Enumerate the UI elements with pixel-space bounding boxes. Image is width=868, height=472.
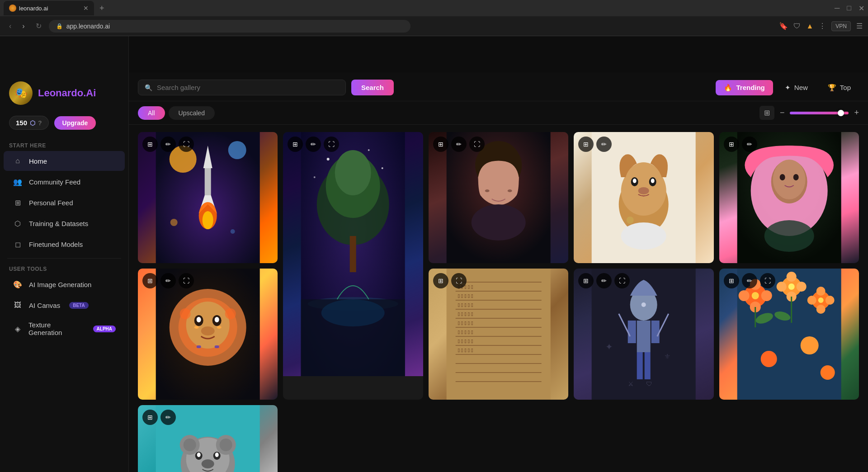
svg-point-27 (507, 189, 512, 192)
gallery-item-hieroglyphs[interactable]: 𓂀 𓃭 𓅓 𓆣 𓇋 𓈖 𓉐 𓊃 𓋴 𓌀 𓍿 𓎛 𓏏 𓐍 𓀀 𓁹 𓂋 𓃀 𓄿 𓅱 … (429, 269, 568, 400)
gallery-item-girl-pink[interactable]: ⊞ ✏ (719, 132, 859, 263)
gallery-item-warrior[interactable]: ✦ ⚜ ⚔ 🛡 ⊞ ✏ ⛶ (574, 269, 713, 400)
vpn-badge[interactable]: VPN (831, 21, 851, 31)
edit-action-btn[interactable]: ✏ (160, 273, 176, 288)
grid-view-button[interactable]: ⊞ (760, 106, 774, 120)
gallery-item-tree[interactable]: ⊞ ✏ ⛶ (283, 132, 423, 400)
edit-action-btn[interactable]: ✏ (596, 273, 612, 288)
expand-action-btn[interactable]: ⛶ (451, 273, 467, 288)
svg-point-34 (633, 179, 637, 183)
address-bar[interactable]: 🔒 app.leonardo.ai (49, 20, 410, 33)
edit-action-btn[interactable]: ✏ (306, 137, 321, 152)
svg-rect-60 (215, 345, 219, 348)
svg-text:𓁹 𓂋 𓃀 𓄿 𓅱: 𓁹 𓂋 𓃀 𓄿 𓅱 (458, 311, 473, 317)
edit-action-btn[interactable]: ✏ (160, 137, 176, 152)
top-filter-button[interactable]: 🏆 Top (820, 80, 859, 95)
grid-action-btn[interactable]: ⊞ (724, 273, 739, 288)
new-filter-button[interactable]: ✦ New (777, 80, 816, 95)
sidebar-item-community-feed[interactable]: 👥 Community Feed (4, 172, 125, 192)
new-tab-icon[interactable]: + (96, 4, 108, 13)
edit-action-btn[interactable]: ✏ (742, 137, 757, 152)
search-input-wrapper[interactable]: 🔍 (138, 80, 346, 95)
forward-button[interactable]: › (19, 20, 28, 32)
grid-action-btn[interactable]: ⊞ (288, 137, 303, 152)
gallery-item-woman[interactable]: ⊞ ✏ ⛶ (429, 132, 568, 263)
active-tab[interactable]: leonardo.ai ✕ (4, 1, 94, 15)
bookmark-icon[interactable]: 🔖 (779, 22, 788, 30)
edit-action-btn[interactable]: ✏ (742, 273, 757, 288)
grid-action-btn[interactable]: ⊞ (433, 137, 448, 152)
expand-action-btn[interactable]: ⛶ (179, 137, 194, 152)
reload-button[interactable]: ↻ (32, 20, 45, 32)
grid-action-btn[interactable]: ⊞ (142, 137, 158, 152)
search-button[interactable]: Search (351, 80, 394, 95)
restore-icon[interactable]: □ (847, 4, 851, 12)
svg-point-9 (231, 229, 235, 234)
gallery-item-rocket[interactable]: ⊞ ✏ ⛶ (138, 132, 278, 263)
svg-point-122 (820, 365, 835, 380)
beta-badge: BETA (69, 302, 88, 309)
sidebar-item-ai-image-gen[interactable]: 🎨 AI Image Generation (4, 274, 125, 294)
expand-action-btn[interactable]: ⛶ (760, 273, 775, 288)
sidebar-item-label: Training & Datasets (29, 220, 88, 227)
tab-close-icon[interactable]: ✕ (83, 5, 89, 12)
models-icon: ◻ (13, 239, 23, 249)
back-button[interactable]: ‹ (5, 20, 15, 32)
tab-all[interactable]: All (138, 106, 165, 120)
main-content: 🔍 Search 🔥 Trending ✦ New 🏆 Top (129, 72, 868, 472)
gallery-item-koala[interactable]: ⊞ ✏ (138, 405, 278, 472)
shield-icon[interactable]: 🛡 (793, 22, 801, 30)
gallery-item-lion[interactable]: ⊞ ✏ ⛶ (138, 269, 278, 400)
sidebar-item-home[interactable]: ⌂ Home (4, 151, 125, 171)
zoom-slider-container[interactable] (790, 112, 849, 114)
search-input[interactable] (157, 84, 339, 91)
gallery-item-dog[interactable]: ⊞ ✏ (574, 132, 713, 263)
grid-action-btn[interactable]: ⊞ (724, 137, 739, 152)
gallery-item-actions-dog: ⊞ ✏ (578, 137, 612, 152)
tab-upscaled[interactable]: Upscaled (169, 106, 215, 120)
gallery-scroll[interactable]: ⊞ ✏ ⛶ (129, 125, 868, 472)
grid-action-btn[interactable]: ⊞ (578, 137, 594, 152)
zoom-in-button[interactable]: + (854, 108, 859, 118)
grid-action-btn[interactable]: ⊞ (142, 410, 158, 425)
grid-action-btn[interactable]: ⊞ (142, 273, 158, 288)
expand-action-btn[interactable]: ⛶ (614, 273, 630, 288)
sidebar-item-training-datasets[interactable]: ⬡ Training & Datasets (4, 213, 125, 233)
expand-action-btn[interactable]: ⛶ (469, 137, 485, 152)
logo-text: Leonardo.Ai (38, 87, 96, 99)
minimize-icon[interactable]: ─ (835, 4, 840, 12)
grid-action-btn[interactable]: ⊞ (578, 273, 594, 288)
upgrade-button[interactable]: Upgrade (54, 116, 96, 130)
svg-point-54 (201, 326, 215, 335)
svg-point-38 (627, 217, 634, 224)
trending-filter-button[interactable]: 🔥 Trending (716, 80, 773, 95)
menu-icon[interactable]: ☰ (856, 22, 863, 30)
triangle-icon[interactable]: ▲ (806, 22, 813, 30)
expand-action-btn[interactable]: ⛶ (179, 273, 194, 288)
zoom-slider-track[interactable] (790, 112, 849, 114)
gallery-item-actions-koala: ⊞ ✏ (142, 410, 176, 425)
grid-action-btn[interactable]: ⊞ (433, 273, 448, 288)
zoom-slider-thumb[interactable] (838, 110, 844, 116)
sidebar-item-personal-feed[interactable]: ⊞ Personal Feed (4, 193, 125, 212)
svg-point-92 (642, 302, 646, 307)
svg-point-112 (816, 305, 825, 314)
gallery-item-flowers[interactable]: ⊞ ✏ ⛶ (719, 269, 859, 400)
sidebar-item-texture-gen[interactable]: ◈ Texture Generation ALPHA (4, 316, 125, 341)
edit-action-btn[interactable]: ✏ (160, 410, 176, 425)
sidebar: 🎭 Leonardo.Ai 150 ⬡ ? Upgrade Start Here… (0, 36, 129, 472)
settings-icon[interactable]: ⋮ (819, 22, 826, 30)
svg-text:𓆑 𓇌 𓈎 𓉔 𓊹: 𓆑 𓇌 𓈎 𓉔 𓊹 (458, 320, 473, 326)
expand-action-btn[interactable]: ⛶ (324, 137, 339, 152)
edit-action-btn[interactable]: ✏ (596, 137, 612, 152)
svg-point-134 (202, 459, 214, 468)
zoom-out-button[interactable]: − (780, 108, 785, 118)
token-count: 150 ⬡ ? (9, 116, 49, 130)
close-window-icon[interactable]: ✕ (859, 4, 864, 13)
sidebar-item-ai-canvas[interactable]: 🖼 AI Canvas BETA (4, 295, 125, 315)
help-icon[interactable]: ? (38, 119, 42, 127)
gallery-item-actions-flowers: ⊞ ✏ ⛶ (724, 273, 775, 288)
edit-action-btn[interactable]: ✏ (451, 137, 467, 152)
gallery-image-tree (283, 132, 423, 376)
sidebar-item-finetuned-models[interactable]: ◻ Finetuned Models (4, 234, 125, 254)
